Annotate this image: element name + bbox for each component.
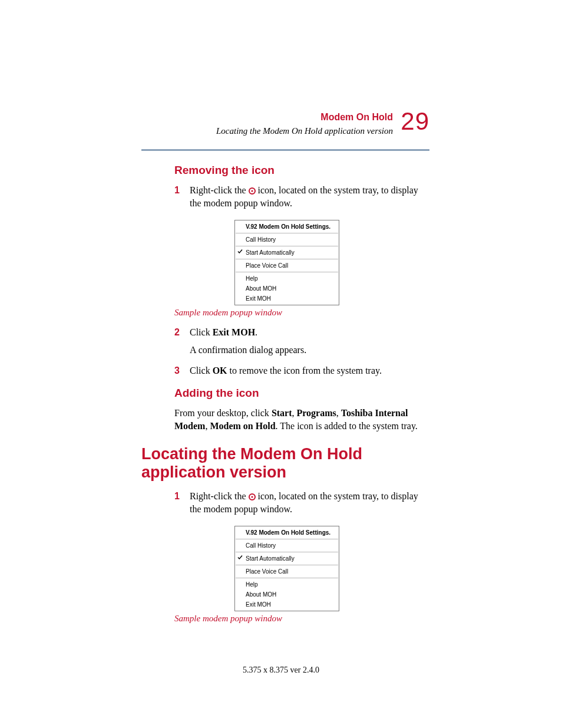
menu-separator bbox=[236, 578, 338, 578]
menu-separator bbox=[236, 246, 338, 246]
menu-item-exit: Exit MOH bbox=[235, 599, 339, 610]
popup-menu-figure: V.92 Modem On Hold Settings. Call Histor… bbox=[234, 526, 339, 611]
menu-item-call-history: Call History bbox=[235, 541, 339, 551]
text: . bbox=[255, 327, 257, 337]
menu-item-help: Help bbox=[235, 274, 339, 284]
text: Right-click the bbox=[190, 491, 249, 501]
heading-locating: Locating the Modem On Hold application v… bbox=[141, 445, 429, 482]
running-head: 29 Modem On Hold Locating the Modem On H… bbox=[141, 112, 429, 136]
text: Click bbox=[190, 327, 213, 337]
menu-item-start-auto: Start Automatically bbox=[235, 248, 339, 258]
checkmark-icon bbox=[237, 249, 243, 255]
step-number: 1 bbox=[174, 490, 190, 520]
text-bold: Start bbox=[272, 408, 292, 418]
menu-item-settings: V.92 Modem On Hold Settings. bbox=[235, 528, 339, 538]
step-3-removing: 3 Click OK to remove the icon from the s… bbox=[174, 364, 429, 382]
popup-menu-figure: V.92 Modem On Hold Settings. Call Histor… bbox=[234, 220, 339, 305]
text-bold: Modem on Hold bbox=[210, 421, 275, 431]
figure-caption: Sample modem popup window bbox=[174, 614, 429, 624]
section-subtitle: Locating the Modem On Hold application v… bbox=[141, 126, 393, 136]
text-bold: OK bbox=[213, 365, 227, 375]
text: , bbox=[292, 408, 297, 418]
menu-item-start-auto: Start Automatically bbox=[235, 554, 339, 564]
moh-tray-icon bbox=[249, 493, 256, 500]
header-rule bbox=[141, 149, 429, 151]
step-text: Click OK to remove the icon from the sys… bbox=[190, 364, 429, 382]
text: . The icon is added to the system tray. bbox=[276, 421, 418, 431]
checkmark-icon bbox=[237, 555, 243, 561]
text: From your desktop, click bbox=[174, 408, 272, 418]
step-text: Right-click the icon, located on the sys… bbox=[190, 490, 429, 520]
text: , bbox=[336, 408, 341, 418]
svg-point-3 bbox=[251, 496, 253, 498]
step-2-removing: 2 Click Exit MOH. A confirmation dialog … bbox=[174, 326, 429, 361]
text: A confirmation dialog appears. bbox=[190, 344, 429, 357]
chapter-title: Modem On Hold bbox=[141, 112, 393, 123]
step-text: Click Exit MOH. A confirmation dialog ap… bbox=[190, 326, 429, 361]
text-bold: Programs bbox=[297, 408, 336, 418]
menu-separator bbox=[236, 565, 338, 565]
menu-item-call-history: Call History bbox=[235, 235, 339, 245]
figure-caption: Sample modem popup window bbox=[174, 308, 429, 318]
step-text: Right-click the icon, located on the sys… bbox=[190, 184, 429, 214]
page-number: 29 bbox=[401, 107, 429, 136]
menu-separator bbox=[236, 259, 338, 259]
menu-item-help: Help bbox=[235, 579, 339, 589]
menu-item-label: Start Automatically bbox=[246, 555, 295, 562]
menu-separator bbox=[236, 552, 338, 552]
body-adding: From your desktop, click Start, Programs… bbox=[174, 407, 429, 432]
text: Click bbox=[190, 365, 213, 375]
menu-item-about: About MOH bbox=[235, 284, 339, 294]
menu-separator bbox=[236, 233, 338, 233]
svg-point-1 bbox=[251, 190, 253, 192]
menu-item-place-voice: Place Voice Call bbox=[235, 261, 339, 271]
menu-item-about: About MOH bbox=[235, 589, 339, 599]
page-footer: 5.375 x 8.375 ver 2.4.0 bbox=[0, 666, 562, 675]
heading-removing: Removing the icon bbox=[174, 164, 429, 177]
text: to remove the icon from the system tray. bbox=[227, 365, 382, 375]
menu-separator bbox=[236, 272, 338, 272]
step-1-removing: 1 Right-click the icon, located on the s… bbox=[174, 184, 429, 214]
step-number: 2 bbox=[174, 326, 190, 361]
text-bold: Exit MOH bbox=[213, 327, 255, 337]
step-number: 3 bbox=[174, 364, 190, 382]
heading-adding: Adding the icon bbox=[174, 387, 429, 400]
step-number: 1 bbox=[174, 184, 190, 214]
page: 29 Modem On Hold Locating the Modem On H… bbox=[0, 0, 562, 728]
menu-separator bbox=[236, 539, 338, 539]
menu-item-place-voice: Place Voice Call bbox=[235, 566, 339, 577]
menu-item-settings: V.92 Modem On Hold Settings. bbox=[235, 222, 339, 232]
step-1-locating: 1 Right-click the icon, located on the s… bbox=[174, 490, 429, 520]
text: Right-click the bbox=[190, 185, 249, 195]
moh-tray-icon bbox=[249, 187, 256, 195]
menu-item-label: Start Automatically bbox=[246, 249, 295, 256]
menu-item-exit: Exit MOH bbox=[235, 294, 339, 304]
